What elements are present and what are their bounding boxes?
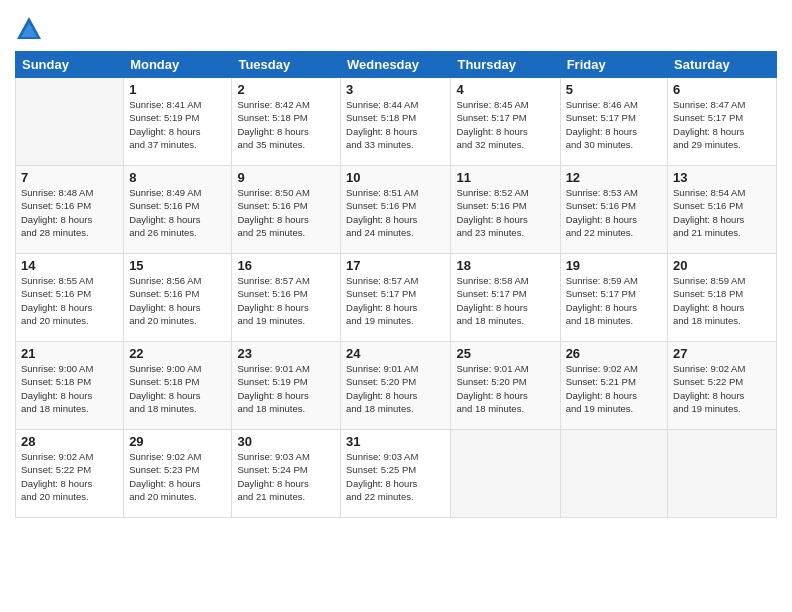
day-info: Sunrise: 8:46 AM Sunset: 5:17 PM Dayligh…: [566, 98, 662, 151]
calendar-cell: 6Sunrise: 8:47 AM Sunset: 5:17 PM Daylig…: [668, 78, 777, 166]
day-info: Sunrise: 9:02 AM Sunset: 5:21 PM Dayligh…: [566, 362, 662, 415]
day-info: Sunrise: 8:58 AM Sunset: 5:17 PM Dayligh…: [456, 274, 554, 327]
day-info: Sunrise: 8:55 AM Sunset: 5:16 PM Dayligh…: [21, 274, 118, 327]
calendar-header-tuesday: Tuesday: [232, 52, 341, 78]
calendar-week-2: 7Sunrise: 8:48 AM Sunset: 5:16 PM Daylig…: [16, 166, 777, 254]
day-number: 1: [129, 82, 226, 97]
calendar-cell: 13Sunrise: 8:54 AM Sunset: 5:16 PM Dayli…: [668, 166, 777, 254]
day-number: 21: [21, 346, 118, 361]
calendar-header-saturday: Saturday: [668, 52, 777, 78]
calendar-cell: 25Sunrise: 9:01 AM Sunset: 5:20 PM Dayli…: [451, 342, 560, 430]
calendar-cell: 31Sunrise: 9:03 AM Sunset: 5:25 PM Dayli…: [341, 430, 451, 518]
day-info: Sunrise: 8:45 AM Sunset: 5:17 PM Dayligh…: [456, 98, 554, 151]
day-info: Sunrise: 8:42 AM Sunset: 5:18 PM Dayligh…: [237, 98, 335, 151]
day-number: 15: [129, 258, 226, 273]
calendar-week-3: 14Sunrise: 8:55 AM Sunset: 5:16 PM Dayli…: [16, 254, 777, 342]
day-info: Sunrise: 8:53 AM Sunset: 5:16 PM Dayligh…: [566, 186, 662, 239]
day-number: 3: [346, 82, 445, 97]
day-info: Sunrise: 8:54 AM Sunset: 5:16 PM Dayligh…: [673, 186, 771, 239]
day-number: 12: [566, 170, 662, 185]
day-number: 29: [129, 434, 226, 449]
calendar-cell: 18Sunrise: 8:58 AM Sunset: 5:17 PM Dayli…: [451, 254, 560, 342]
calendar-cell: 26Sunrise: 9:02 AM Sunset: 5:21 PM Dayli…: [560, 342, 667, 430]
day-number: 26: [566, 346, 662, 361]
day-number: 8: [129, 170, 226, 185]
calendar-cell: [560, 430, 667, 518]
day-number: 18: [456, 258, 554, 273]
day-info: Sunrise: 9:02 AM Sunset: 5:22 PM Dayligh…: [673, 362, 771, 415]
day-info: Sunrise: 8:47 AM Sunset: 5:17 PM Dayligh…: [673, 98, 771, 151]
calendar-cell: 11Sunrise: 8:52 AM Sunset: 5:16 PM Dayli…: [451, 166, 560, 254]
calendar-cell: 27Sunrise: 9:02 AM Sunset: 5:22 PM Dayli…: [668, 342, 777, 430]
calendar-cell: 14Sunrise: 8:55 AM Sunset: 5:16 PM Dayli…: [16, 254, 124, 342]
header: [15, 10, 777, 43]
day-info: Sunrise: 9:00 AM Sunset: 5:18 PM Dayligh…: [129, 362, 226, 415]
calendar-cell: 7Sunrise: 8:48 AM Sunset: 5:16 PM Daylig…: [16, 166, 124, 254]
calendar-cell: 1Sunrise: 8:41 AM Sunset: 5:19 PM Daylig…: [124, 78, 232, 166]
day-info: Sunrise: 8:59 AM Sunset: 5:17 PM Dayligh…: [566, 274, 662, 327]
calendar-week-1: 1Sunrise: 8:41 AM Sunset: 5:19 PM Daylig…: [16, 78, 777, 166]
day-number: 6: [673, 82, 771, 97]
calendar-header-thursday: Thursday: [451, 52, 560, 78]
day-number: 25: [456, 346, 554, 361]
calendar-cell: 12Sunrise: 8:53 AM Sunset: 5:16 PM Dayli…: [560, 166, 667, 254]
calendar-cell: 22Sunrise: 9:00 AM Sunset: 5:18 PM Dayli…: [124, 342, 232, 430]
day-number: 7: [21, 170, 118, 185]
calendar-cell: 23Sunrise: 9:01 AM Sunset: 5:19 PM Dayli…: [232, 342, 341, 430]
day-info: Sunrise: 9:03 AM Sunset: 5:24 PM Dayligh…: [237, 450, 335, 503]
calendar-cell: 2Sunrise: 8:42 AM Sunset: 5:18 PM Daylig…: [232, 78, 341, 166]
calendar-cell: 5Sunrise: 8:46 AM Sunset: 5:17 PM Daylig…: [560, 78, 667, 166]
day-number: 2: [237, 82, 335, 97]
day-number: 22: [129, 346, 226, 361]
day-number: 28: [21, 434, 118, 449]
day-number: 4: [456, 82, 554, 97]
calendar-cell: 9Sunrise: 8:50 AM Sunset: 5:16 PM Daylig…: [232, 166, 341, 254]
day-info: Sunrise: 9:03 AM Sunset: 5:25 PM Dayligh…: [346, 450, 445, 503]
day-info: Sunrise: 8:50 AM Sunset: 5:16 PM Dayligh…: [237, 186, 335, 239]
calendar-cell: 10Sunrise: 8:51 AM Sunset: 5:16 PM Dayli…: [341, 166, 451, 254]
calendar-cell: 17Sunrise: 8:57 AM Sunset: 5:17 PM Dayli…: [341, 254, 451, 342]
day-number: 19: [566, 258, 662, 273]
calendar-header-monday: Monday: [124, 52, 232, 78]
day-info: Sunrise: 8:49 AM Sunset: 5:16 PM Dayligh…: [129, 186, 226, 239]
day-info: Sunrise: 8:48 AM Sunset: 5:16 PM Dayligh…: [21, 186, 118, 239]
calendar-cell: 16Sunrise: 8:57 AM Sunset: 5:16 PM Dayli…: [232, 254, 341, 342]
calendar-header-row: SundayMondayTuesdayWednesdayThursdayFrid…: [16, 52, 777, 78]
day-number: 27: [673, 346, 771, 361]
logo-icon: [15, 15, 43, 43]
day-info: Sunrise: 9:01 AM Sunset: 5:19 PM Dayligh…: [237, 362, 335, 415]
calendar-cell: 24Sunrise: 9:01 AM Sunset: 5:20 PM Dayli…: [341, 342, 451, 430]
day-number: 9: [237, 170, 335, 185]
day-number: 23: [237, 346, 335, 361]
calendar-cell: 20Sunrise: 8:59 AM Sunset: 5:18 PM Dayli…: [668, 254, 777, 342]
calendar-cell: 21Sunrise: 9:00 AM Sunset: 5:18 PM Dayli…: [16, 342, 124, 430]
calendar-header-wednesday: Wednesday: [341, 52, 451, 78]
day-number: 13: [673, 170, 771, 185]
day-number: 30: [237, 434, 335, 449]
day-info: Sunrise: 9:00 AM Sunset: 5:18 PM Dayligh…: [21, 362, 118, 415]
calendar-cell: [16, 78, 124, 166]
calendar-cell: 28Sunrise: 9:02 AM Sunset: 5:22 PM Dayli…: [16, 430, 124, 518]
day-number: 16: [237, 258, 335, 273]
day-number: 10: [346, 170, 445, 185]
calendar-cell: 8Sunrise: 8:49 AM Sunset: 5:16 PM Daylig…: [124, 166, 232, 254]
calendar-week-4: 21Sunrise: 9:00 AM Sunset: 5:18 PM Dayli…: [16, 342, 777, 430]
day-number: 5: [566, 82, 662, 97]
logo: [15, 15, 47, 43]
day-info: Sunrise: 8:59 AM Sunset: 5:18 PM Dayligh…: [673, 274, 771, 327]
day-info: Sunrise: 8:57 AM Sunset: 5:17 PM Dayligh…: [346, 274, 445, 327]
calendar-cell: 3Sunrise: 8:44 AM Sunset: 5:18 PM Daylig…: [341, 78, 451, 166]
day-number: 31: [346, 434, 445, 449]
day-number: 20: [673, 258, 771, 273]
calendar-cell: 15Sunrise: 8:56 AM Sunset: 5:16 PM Dayli…: [124, 254, 232, 342]
day-info: Sunrise: 8:41 AM Sunset: 5:19 PM Dayligh…: [129, 98, 226, 151]
day-info: Sunrise: 8:56 AM Sunset: 5:16 PM Dayligh…: [129, 274, 226, 327]
day-info: Sunrise: 9:02 AM Sunset: 5:23 PM Dayligh…: [129, 450, 226, 503]
page-container: SundayMondayTuesdayWednesdayThursdayFrid…: [0, 0, 792, 528]
day-number: 17: [346, 258, 445, 273]
day-number: 24: [346, 346, 445, 361]
calendar-cell: 4Sunrise: 8:45 AM Sunset: 5:17 PM Daylig…: [451, 78, 560, 166]
calendar-cell: [668, 430, 777, 518]
day-number: 11: [456, 170, 554, 185]
day-info: Sunrise: 8:51 AM Sunset: 5:16 PM Dayligh…: [346, 186, 445, 239]
